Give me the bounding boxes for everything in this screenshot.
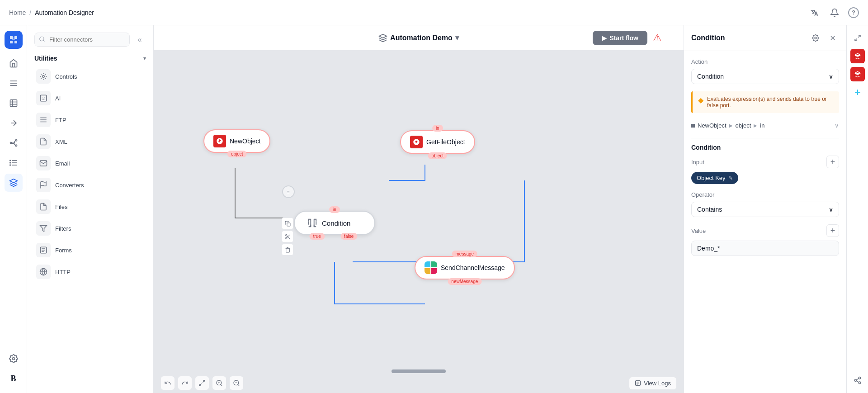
get-file-object-in-port: in [432, 125, 443, 132]
ms-azure-icon-2[interactable] [850, 67, 865, 81]
node-delete-btn[interactable] [282, 244, 293, 256]
sidebar-home-btn[interactable] [5, 54, 23, 72]
rp-object-key-chip[interactable]: Object Key ✎ [691, 172, 738, 184]
files-icon [36, 199, 51, 214]
svg-point-34 [815, 37, 816, 39]
undo-btn[interactable] [161, 376, 175, 390]
svg-rect-19 [40, 95, 47, 101]
node-copy-btn[interactable] [282, 218, 293, 229]
email-icon [36, 156, 51, 170]
connector-item-ftp[interactable]: FTP [33, 109, 148, 131]
sidebar-menu-btn[interactable] [5, 74, 23, 92]
rp-input-add-btn[interactable]: + [826, 156, 839, 168]
breadcrumb-current: Automation Designer [35, 9, 94, 16]
ms-plus-icon[interactable] [850, 85, 865, 99]
rp-bc-arrow2: ▶ [754, 123, 757, 128]
sidebar-import-btn[interactable] [5, 114, 23, 132]
alert-icon: ⚠ [653, 32, 662, 44]
start-flow-button[interactable]: ▶ Start flow [593, 31, 647, 45]
send-channel-message-node[interactable]: message SendChannelMessage newMessage [415, 256, 515, 279]
connector-item-ai[interactable]: AI [33, 87, 148, 109]
redo-btn[interactable] [178, 376, 192, 390]
connector-item-controls[interactable]: Controls [33, 66, 148, 87]
rp-condition-title: Condition [691, 144, 839, 151]
breadcrumb-home[interactable]: Home [9, 9, 26, 16]
zoom-in-btn[interactable] [212, 376, 226, 390]
sidebar-automation-btn[interactable] [5, 174, 23, 192]
forms-icon [36, 243, 51, 257]
view-logs-btn[interactable]: View Logs [629, 377, 676, 389]
svg-point-17 [40, 37, 44, 41]
app-logo [5, 31, 23, 49]
sidebar-data-btn[interactable] [5, 94, 23, 112]
flow-connections [154, 51, 684, 373]
sidebar-list-btn[interactable] [5, 154, 23, 172]
canvas-area[interactable]: Automation Demo ▾ ▶ Start flow ⚠ [154, 25, 684, 393]
connector-item-converters[interactable]: Converters [33, 174, 148, 196]
bell-icon[interactable] [828, 6, 841, 19]
condition-in-port: in [329, 206, 340, 213]
rp-value-add-btn[interactable]: + [826, 224, 839, 237]
rp-value-field: Demo_* [691, 241, 839, 256]
utilities-section-header[interactable]: Utilities ▾ [33, 50, 148, 66]
node-cut-btn[interactable] [282, 231, 293, 242]
translate-icon[interactable] [808, 6, 821, 19]
ms-share-icon[interactable] [850, 373, 865, 388]
svg-point-27 [285, 237, 287, 239]
help-icon[interactable]: ? [848, 7, 859, 18]
connector-sidebar-header: « [27, 25, 153, 50]
connector-item-files[interactable]: Files [33, 196, 148, 218]
svg-point-8 [15, 140, 17, 141]
connector-item-email[interactable]: Email [33, 152, 148, 174]
rp-operator-select[interactable]: Contains ∨ [691, 202, 839, 217]
sidebar-connector-btn[interactable] [5, 134, 23, 152]
filters-label: Filters [55, 225, 71, 232]
http-label: HTTP [55, 269, 71, 275]
send-channel-message-port-bottom: newMessage [448, 278, 481, 285]
condition-node[interactable]: in Condition true false [294, 211, 375, 235]
collapse-sidebar-btn[interactable]: « [133, 33, 146, 46]
rp-condition-section: Condition Input + Object Key ✎ [691, 138, 839, 256]
rp-input-chip-wrap: Object Key ✎ [691, 172, 839, 184]
right-panel: Condition Action Condition ∨ [684, 25, 846, 393]
expand-btn[interactable] [195, 376, 209, 390]
svg-line-29 [288, 237, 289, 238]
rp-breadcrumb-indicator [691, 124, 695, 128]
ms-azure-icon-1[interactable] [850, 49, 865, 63]
new-object-port-badge: object [227, 151, 247, 157]
svg-point-18 [42, 76, 45, 78]
svg-point-7 [10, 142, 11, 143]
rp-close-icon[interactable] [826, 32, 839, 44]
connector-sidebar: « Utilities ▾ Controls AI [27, 25, 154, 393]
email-label: Email [55, 160, 70, 167]
canvas-title: Automation Demo ▾ [378, 33, 459, 43]
rp-input-label: Input + [691, 156, 839, 168]
connector-item-xml[interactable]: XML [33, 131, 148, 152]
filter-connectors-input[interactable] [34, 33, 130, 47]
node-context-menu [282, 218, 293, 256]
sidebar-brand-btn[interactable]: B [5, 369, 23, 388]
search-wrap [34, 33, 130, 47]
rp-settings-icon[interactable] [809, 32, 822, 44]
start-flow-play-icon: ▶ [602, 34, 607, 42]
ms-expand-btn[interactable] [850, 31, 865, 45]
condition-label: Condition [322, 219, 350, 227]
canvas-header: Automation Demo ▾ ▶ Start flow ⚠ [154, 25, 684, 51]
svg-point-13 [9, 160, 10, 161]
connector-item-forms[interactable]: Forms [33, 239, 148, 261]
sidebar-settings-btn[interactable] [5, 350, 23, 368]
connector-item-filters[interactable]: Filters [33, 218, 148, 239]
rp-action-section: Action Condition ∨ [691, 58, 839, 84]
rp-bc-item2: object [736, 122, 751, 129]
canvas-scrollbar[interactable] [392, 369, 446, 373]
rp-action-select[interactable]: Condition ∨ [691, 69, 839, 84]
svg-rect-3 [10, 100, 17, 107]
svg-line-38 [855, 38, 857, 41]
rp-breadcrumb-expand-icon[interactable]: ∨ [835, 122, 839, 129]
zoom-out-btn[interactable] [230, 376, 243, 390]
connector-item-http[interactable]: HTTP [33, 261, 148, 283]
new-object-label: NewObject [230, 137, 260, 145]
canvas-toolbar: View Logs [154, 373, 684, 393]
get-file-object-node[interactable]: in GetFileObject object [400, 130, 475, 154]
get-file-object-icon [410, 136, 423, 148]
